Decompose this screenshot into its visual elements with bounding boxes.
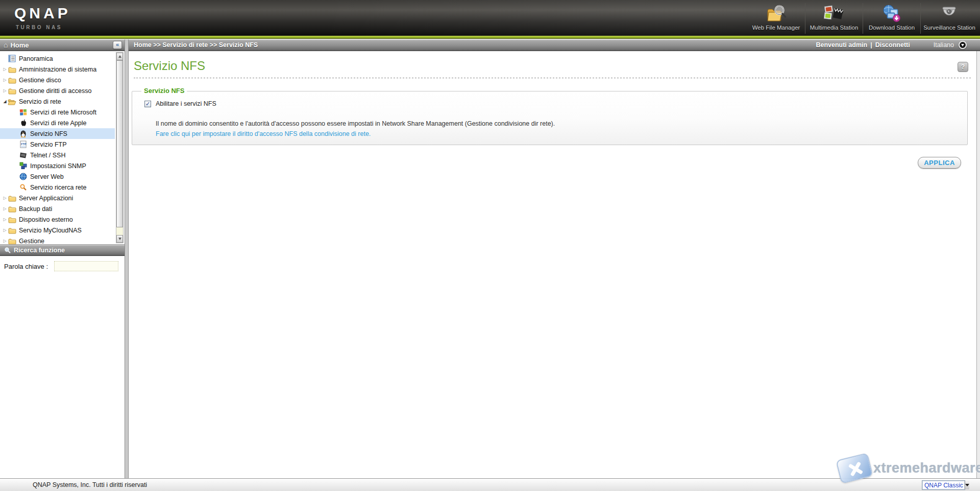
footer: QNAP Systems, Inc. Tutti i diritti riser… <box>0 478 980 491</box>
tree-item-servizi-di-rete-apple[interactable]: Servizi di rete Apple <box>0 118 115 128</box>
folder-icon <box>8 65 16 74</box>
qnap-logo: QNAP <box>14 5 71 21</box>
search-icon <box>4 247 11 253</box>
app-web-file-manager[interactable]: Web File Manager <box>747 3 805 34</box>
expander-icon[interactable]: ▷ <box>2 239 8 244</box>
tree-scrollbar[interactable] <box>116 52 124 243</box>
overview-icon <box>8 55 16 63</box>
tree-item-servizi-di-rete-microsoft[interactable]: Servizi di rete Microsoft <box>0 107 115 118</box>
search-panel-title: Ricerca funzione <box>14 247 65 254</box>
apply-button-label: APPLICA <box>924 159 955 167</box>
surveillance-station-icon <box>939 3 960 24</box>
collapse-sidebar-button[interactable]: « <box>113 41 122 49</box>
divider: | <box>870 41 872 49</box>
expander-icon[interactable]: ▷ <box>2 78 8 83</box>
tree-item-gestione-disco[interactable]: ▷Gestione disco <box>0 75 115 85</box>
tree-item-backup-dati[interactable]: ▷Backup dati <box>0 203 115 214</box>
expander-icon[interactable]: ◢ <box>2 99 8 104</box>
breadcrumb: Home >> Servizio di rete >> Servizio NFS <box>134 41 258 49</box>
tree-item-amministrazione-di-sistema[interactable]: ▷Amministrazione di sistema <box>0 64 115 75</box>
expander-icon[interactable]: ▷ <box>2 206 8 212</box>
app-label: Web File Manager <box>752 25 800 31</box>
tree-item-label: Servizi di rete Microsoft <box>30 109 96 116</box>
scroll-up-button[interactable] <box>116 53 123 60</box>
app-label: Download Station <box>869 25 915 31</box>
nfs-description: Il nome di dominio consentito e l'autori… <box>156 120 555 127</box>
folder-open-icon <box>8 98 16 106</box>
app-download-station[interactable]: Download Station <box>863 3 920 34</box>
tree-item-label: Gestione disco <box>19 77 61 84</box>
apple-icon <box>19 119 28 127</box>
session-controls: Benvenuti admin | Disconnetti Italiano <box>816 39 980 51</box>
keyword-label: Parola chiave : <box>4 263 48 270</box>
folder-icon <box>8 216 16 224</box>
tree-item-server-web[interactable]: Server Web <box>0 171 115 182</box>
tree-item-panoramica[interactable]: Panoramica <box>0 53 115 64</box>
app-label: Multimedia Station <box>810 25 859 31</box>
app-surveillance-station[interactable]: Surveillance Station <box>920 3 978 34</box>
folder-icon <box>8 226 16 235</box>
nfs-settings-link[interactable]: Fare clic qui per impostare il diritto d… <box>156 130 371 137</box>
sidebar-splitter[interactable] <box>125 39 129 478</box>
ftp-icon: FTP <box>19 141 28 149</box>
right-edge <box>976 51 980 478</box>
scroll-down-button[interactable] <box>116 235 123 243</box>
keyword-input[interactable] <box>54 261 118 271</box>
tree-item-label: Servizio ricerca rete <box>30 184 86 191</box>
app-multimedia-station[interactable]: Multimedia Station <box>805 3 863 34</box>
apply-button[interactable]: APPLICA <box>918 157 961 169</box>
tree-item-dispositivo-esterno[interactable]: ▷Dispositivo esterno <box>0 214 115 225</box>
question-icon: ? <box>961 63 965 71</box>
tree-item-servizio-ricerca-rete[interactable]: Servizio ricerca rete <box>0 182 115 193</box>
collapse-icon: « <box>116 41 119 48</box>
tree-item-label: Panoramica <box>19 55 53 62</box>
scroll-thumb[interactable] <box>116 60 123 227</box>
expander-icon[interactable]: ▷ <box>2 217 8 222</box>
expander-icon[interactable]: ▷ <box>2 228 8 233</box>
tree-item-impostazioni-snmp[interactable]: Impostazioni SNMP <box>0 160 115 171</box>
windows-icon <box>19 108 28 116</box>
tree-item-label: Amministrazione di sistema <box>19 66 96 73</box>
logout-link[interactable]: Disconnetti <box>875 41 910 49</box>
groupbox-legend: Servizio NFS <box>141 87 187 95</box>
tree-item-label: Server Applicazioni <box>19 195 73 202</box>
tree-item-gestione[interactable]: ▷Gestione <box>0 236 115 245</box>
app-label: Surveillance Station <box>923 25 975 31</box>
header-apps: Web File ManagerMultimedia StationDownlo… <box>747 3 978 34</box>
tree-item-label: Gestione diritti di accesso <box>19 87 91 95</box>
help-button[interactable]: ? <box>958 62 968 72</box>
tree-item-telnet-ssh[interactable]: Telnet / SSH <box>0 150 115 160</box>
language-menu-button[interactable] <box>959 41 967 49</box>
terminal-icon <box>19 151 28 159</box>
nav-tree-panel: Panoramica▷Amministrazione di sistema▷Ge… <box>0 51 125 245</box>
breadcrumb-bar: Home >> Servizio di rete >> Servizio NFS… <box>129 39 980 51</box>
tree-item-servizio-mycloudnas[interactable]: ▷Servizio MyCloudNAS <box>0 225 115 236</box>
tree-item-servizio-nfs[interactable]: Servizio NFS <box>0 128 115 139</box>
expander-icon[interactable]: ▷ <box>2 196 8 201</box>
sidebar-title: Home <box>10 41 29 49</box>
enable-nfs-checkbox[interactable]: ✓ <box>144 101 151 107</box>
tree-item-label: Server Web <box>30 173 64 180</box>
tree-item-server-applicazioni[interactable]: ▷Server Applicazioni <box>0 193 115 203</box>
network-search-icon <box>19 183 28 192</box>
tree-item-servizio-ftp[interactable]: FTPServizio FTP <box>0 139 115 150</box>
expander-icon[interactable]: ▷ <box>2 88 8 93</box>
folder-icon <box>8 194 16 202</box>
tree-item-label: Gestione <box>19 238 44 245</box>
tree-item-label: Backup dati <box>19 205 52 213</box>
search-panel: Parola chiave : <box>0 256 125 478</box>
qnap-tagline: TURBO NAS <box>16 25 62 30</box>
tree-item-servizio-di-rete[interactable]: ◢Servizio di rete <box>0 96 115 107</box>
expander-icon[interactable]: ▷ <box>2 67 8 72</box>
accent-line <box>0 36 980 39</box>
tree-item-gestione-diritti-di-accesso[interactable]: ▷Gestione diritti di accesso <box>0 85 115 96</box>
copyright-text: QNAP Systems, Inc. Tutti i diritti riser… <box>33 479 147 491</box>
theme-select[interactable]: QNAP Classic <box>922 480 965 490</box>
tree-item-label: Telnet / SSH <box>30 152 65 159</box>
download-station-icon <box>881 3 902 24</box>
tree-item-label: Dispositivo esterno <box>19 216 73 223</box>
theme-select-arrow-button[interactable] <box>965 481 969 489</box>
tree-item-label: Impostazioni SNMP <box>30 162 86 170</box>
app-window: QNAP TURBO NAS Web File ManagerMultimedi… <box>0 0 980 491</box>
chevron-down-icon <box>961 44 964 46</box>
